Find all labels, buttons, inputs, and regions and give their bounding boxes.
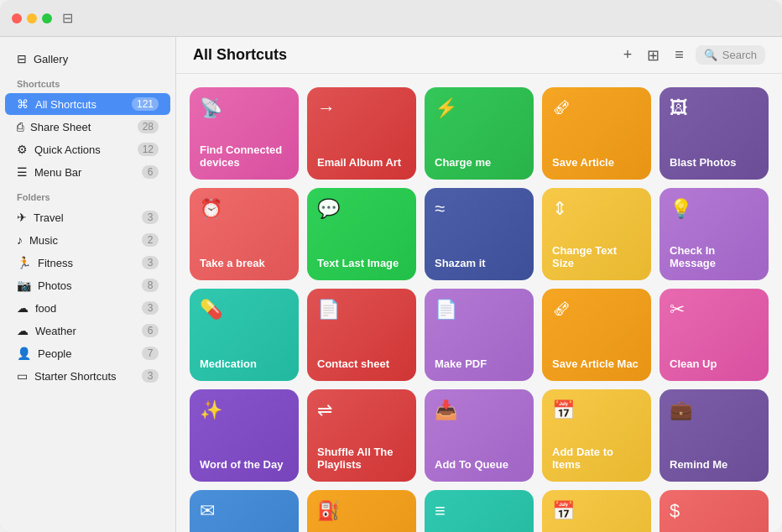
- shortcut-card-medication[interactable]: 💊Medication: [190, 289, 299, 381]
- shuffle-playlists-icon: ⇌: [317, 399, 406, 421]
- sidebar-item-weather[interactable]: ☁ Weather 6: [5, 320, 170, 342]
- sidebar-item-music[interactable]: ♪ Music 2: [5, 229, 170, 251]
- take-break-icon: ⏰: [200, 198, 289, 220]
- page-title: All Shortcuts: [193, 46, 610, 64]
- remind-me-label: Remind Me: [670, 458, 759, 472]
- grid-view-button[interactable]: ⊞: [644, 44, 663, 66]
- weather-icon: ☁: [17, 324, 29, 337]
- shortcut-card-email-myself[interactable]: ✉Email Myself: [190, 490, 299, 532]
- title-bar: ⊟: [0, 0, 782, 37]
- change-text-size-label: Change Text Size: [552, 244, 641, 270]
- change-text-size-icon: ⇕: [552, 198, 641, 220]
- photos-badge: 8: [142, 279, 159, 292]
- sidebar-item-food[interactable]: ☁ food 3: [5, 297, 170, 319]
- section-folders-label: Folders: [0, 184, 175, 206]
- blast-photos-label: Blast Photos: [670, 156, 759, 170]
- sidebar-item-people[interactable]: 👤 People 7: [5, 342, 170, 364]
- shortcut-card-calculate-tip[interactable]: $Calculate Tip: [659, 490, 769, 532]
- shortcut-card-change-text-size[interactable]: ⇕Change Text Size: [542, 188, 651, 280]
- blast-photos-icon: 🖼: [670, 97, 759, 119]
- shortcut-card-remind-me[interactable]: 💼Remind Me: [659, 389, 769, 482]
- shortcut-card-clean-up[interactable]: ✂Clean Up: [659, 289, 769, 381]
- food-icon: ☁: [17, 301, 29, 315]
- fitness-badge: 3: [142, 256, 159, 269]
- shortcut-card-sort-lines[interactable]: ≡Sort Lines: [425, 490, 534, 532]
- email-album-label: Email Album Art: [317, 156, 406, 170]
- photos-icon: 📷: [17, 279, 31, 292]
- shortcut-card-save-article-mac[interactable]: 🗞Save Article Mac: [542, 289, 651, 381]
- minimize-button[interactable]: [27, 13, 37, 23]
- sidebar-all-shortcuts-label: All Shortcuts: [35, 98, 96, 111]
- sidebar-item-share-sheet[interactable]: ⎙ Share Sheet 28: [5, 116, 170, 138]
- main-container: ⊟ Gallery Shortcuts ⌘ All Shortcuts 121 …: [0, 37, 782, 532]
- save-article-mac-icon: 🗞: [552, 299, 641, 321]
- shortcut-card-shuffle-playlists[interactable]: ⇌Shuffle All The Playlists: [307, 389, 416, 482]
- travel-icon: ✈: [17, 211, 27, 224]
- contact-sheet-label: Contact sheet: [317, 357, 406, 371]
- sort-lines-icon: ≡: [435, 500, 524, 522]
- search-placeholder: Search: [722, 49, 757, 61]
- clean-up-icon: ✂: [670, 299, 759, 321]
- quick-actions-badge: 12: [138, 143, 159, 156]
- make-pdf-icon: 📄: [435, 299, 524, 321]
- sidebar-item-fitness[interactable]: 🏃 Fitness 3: [5, 252, 170, 274]
- shortcut-card-shazam-it[interactable]: ≈Shazam it: [425, 188, 534, 280]
- gallery-icon: ⊟: [17, 52, 27, 65]
- sidebar-item-photos[interactable]: 📷 Photos 8: [5, 274, 170, 296]
- add-shortcut-button[interactable]: +: [620, 44, 636, 65]
- header-actions: + ⊞ ≡ 🔍 Search: [620, 44, 765, 66]
- content-header: All Shortcuts + ⊞ ≡ 🔍 Search: [176, 37, 782, 74]
- gas-this-street-icon: ⛽: [317, 500, 406, 522]
- sidebar-share-sheet-label: Share Sheet: [30, 121, 91, 133]
- charge-me-icon: ⚡: [435, 97, 524, 119]
- add-to-queue-icon: 📥: [435, 399, 524, 421]
- sidebar-item-travel[interactable]: ✈ Travel 3: [5, 206, 170, 228]
- sidebar-item-all-shortcuts[interactable]: ⌘ All Shortcuts 121: [5, 93, 170, 115]
- shortcut-card-find-connected[interactable]: 📡Find Connected devices: [190, 87, 299, 180]
- sidebar-item-quick-actions[interactable]: ⚙ Quick Actions 12: [5, 138, 170, 160]
- add-date-items-icon: 📅: [552, 399, 641, 421]
- medication-icon: 💊: [200, 299, 289, 321]
- shortcut-card-check-in-message[interactable]: 💡Check In Message: [659, 188, 769, 280]
- shortcut-card-add-date-items[interactable]: 📅Add Date to Items: [542, 389, 651, 482]
- word-of-day-icon: ✨: [200, 399, 289, 421]
- shortcut-card-save-article[interactable]: 🗞Save Article: [542, 87, 651, 180]
- content-area: All Shortcuts + ⊞ ≡ 🔍 Search 📡Find Conne…: [176, 37, 782, 532]
- fitness-icon: 🏃: [17, 256, 31, 269]
- text-last-image-icon: 💬: [317, 198, 406, 220]
- traffic-lights: [12, 13, 52, 23]
- list-view-button[interactable]: ≡: [671, 44, 687, 65]
- sidebar-photos-label: Photos: [38, 279, 71, 292]
- music-badge: 2: [142, 233, 159, 247]
- sidebar-toggle-button[interactable]: ⊟: [62, 10, 73, 26]
- shortcut-card-blast-photos[interactable]: 🖼Blast Photos: [659, 87, 769, 180]
- medication-label: Medication: [200, 357, 289, 371]
- shortcut-card-email-album[interactable]: →Email Album Art: [307, 87, 416, 180]
- sidebar-item-gallery[interactable]: ⊟ Gallery: [5, 48, 170, 70]
- shortcut-card-how-many-days[interactable]: 📅How Many Days Until: [542, 490, 651, 532]
- search-box[interactable]: 🔍 Search: [696, 45, 765, 65]
- sidebar-item-starter-shortcuts[interactable]: ▭ Starter Shortcuts 3: [5, 365, 170, 387]
- find-connected-icon: 📡: [200, 97, 289, 119]
- maximize-button[interactable]: [42, 13, 52, 23]
- shortcut-card-take-break[interactable]: ⏰Take a break: [190, 188, 299, 280]
- all-shortcuts-icon: ⌘: [17, 97, 29, 111]
- shortcut-card-make-pdf[interactable]: 📄Make PDF: [425, 289, 534, 381]
- sidebar-food-label: food: [35, 302, 56, 315]
- shortcut-card-gas-this-street[interactable]: ⛽Gas On This Street: [307, 490, 416, 532]
- sidebar-item-menu-bar[interactable]: ☰ Menu Bar 6: [5, 161, 170, 183]
- app-window: ⊟ ⊟ Gallery Shortcuts ⌘ All Shortcuts 12…: [0, 0, 782, 532]
- close-button[interactable]: [12, 13, 22, 23]
- shortcut-card-add-to-queue[interactable]: 📥Add To Queue: [425, 389, 534, 482]
- shortcut-card-charge-me[interactable]: ⚡Charge me: [425, 87, 534, 180]
- starter-shortcuts-icon: ▭: [17, 369, 28, 383]
- shortcut-card-word-of-day[interactable]: ✨Word of the Day: [190, 389, 299, 482]
- shortcut-card-text-last-image[interactable]: 💬Text Last Image: [307, 188, 416, 280]
- shortcut-card-contact-sheet[interactable]: 📄Contact sheet: [307, 289, 416, 381]
- sidebar-people-label: People: [38, 347, 71, 360]
- text-last-image-label: Text Last Image: [317, 257, 406, 270]
- clean-up-label: Clean Up: [670, 357, 759, 371]
- sidebar-menu-bar-label: Menu Bar: [34, 166, 81, 179]
- share-sheet-badge: 28: [138, 120, 159, 133]
- add-date-items-label: Add Date to Items: [552, 446, 641, 472]
